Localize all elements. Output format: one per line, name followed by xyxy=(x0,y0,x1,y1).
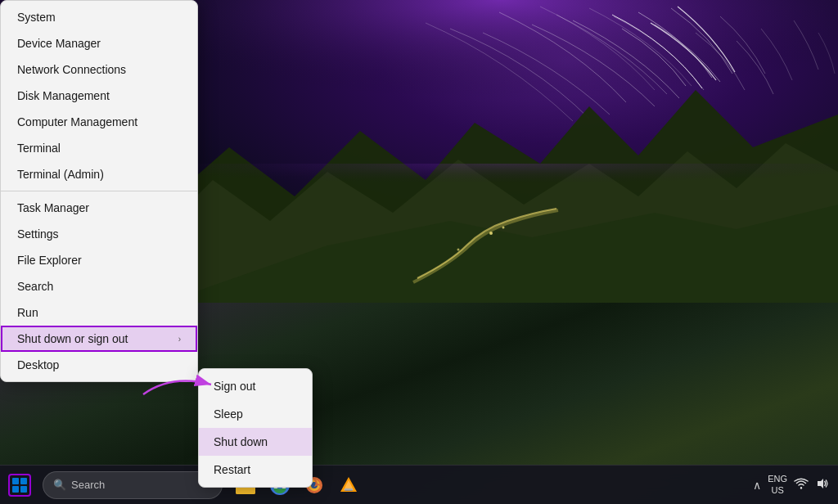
search-icon: 🔍 xyxy=(53,479,66,491)
svg-marker-4 xyxy=(164,205,838,303)
svg-point-7 xyxy=(457,249,460,251)
taskbar-vlc-icon[interactable] xyxy=(332,469,365,502)
svg-point-6 xyxy=(502,227,505,229)
search-placeholder-text: Search xyxy=(71,479,105,491)
menu-item-shutdown-signout[interactable]: Shut down or sign out › xyxy=(1,326,197,352)
svg-point-22 xyxy=(800,487,802,488)
submenu-item-sleep[interactable]: Sleep xyxy=(199,400,312,428)
svg-marker-2 xyxy=(164,90,838,303)
svg-rect-1 xyxy=(164,0,838,164)
menu-item-desktop[interactable]: Desktop xyxy=(1,352,197,378)
submenu-arrow-icon: › xyxy=(178,335,181,344)
menu-item-network-connections[interactable]: Network Connections xyxy=(1,56,197,83)
menu-separator-1 xyxy=(1,191,197,191)
menu-item-computer-management[interactable]: Computer Management xyxy=(1,109,197,135)
search-bar[interactable]: 🔍 Search xyxy=(43,471,223,499)
windows-logo-icon xyxy=(8,474,31,497)
svg-rect-0 xyxy=(164,0,838,303)
context-menu-sub: Sign out Sleep Shut down Restart xyxy=(198,368,313,488)
menu-item-terminal[interactable]: Terminal xyxy=(1,135,197,161)
submenu-item-restart[interactable]: Restart xyxy=(199,456,312,484)
svg-point-5 xyxy=(489,232,493,235)
svg-marker-23 xyxy=(818,479,823,488)
submenu-item-sign-out[interactable]: Sign out xyxy=(199,372,312,400)
menu-item-device-manager[interactable]: Device Manager xyxy=(1,30,197,56)
menu-item-system[interactable]: System xyxy=(1,4,197,30)
svg-rect-8 xyxy=(164,164,838,196)
taskbar: 🔍 Search xyxy=(0,465,838,504)
menu-item-task-manager[interactable]: Task Manager xyxy=(1,195,197,221)
show-hidden-icons-button[interactable]: ∧ xyxy=(753,479,761,492)
system-tray: ∧ ENGUS xyxy=(753,474,838,495)
context-menu-main: System Device Manager Network Connection… xyxy=(0,0,198,382)
menu-item-terminal-admin[interactable]: Terminal (Admin) xyxy=(1,161,197,187)
language-indicator[interactable]: ENGUS xyxy=(768,474,787,495)
start-button[interactable] xyxy=(0,466,39,505)
svg-marker-3 xyxy=(164,143,838,303)
menu-item-settings[interactable]: Settings xyxy=(1,221,197,247)
wifi-icon[interactable] xyxy=(794,478,809,492)
menu-item-search[interactable]: Search xyxy=(1,273,197,299)
menu-item-file-explorer[interactable]: File Explorer xyxy=(1,247,197,273)
volume-icon[interactable] xyxy=(815,478,828,492)
menu-item-run[interactable]: Run xyxy=(1,299,197,326)
menu-item-disk-management[interactable]: Disk Management xyxy=(1,83,197,109)
submenu-item-shut-down[interactable]: Shut down xyxy=(199,428,312,456)
